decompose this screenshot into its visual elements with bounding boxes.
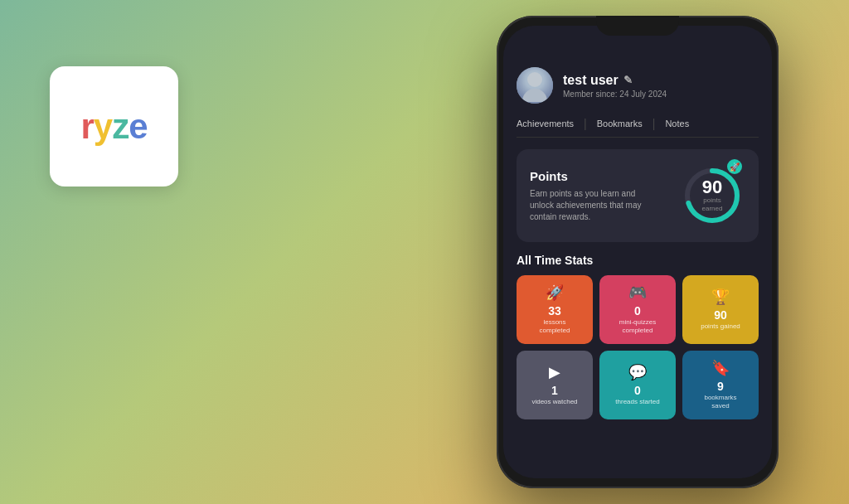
avatar-head [527, 72, 542, 87]
member-since: Member since: 24 July 2024 [563, 90, 759, 99]
avatar [517, 67, 553, 104]
points-title: Points [530, 169, 646, 183]
stats-section: All Time Stats 🚀 33 lessonscompleted 🎮 0… [517, 254, 759, 419]
stat-threads: 💬 0 threads started [599, 351, 676, 419]
bookmarks-number: 9 [717, 380, 724, 392]
threads-number: 0 [634, 385, 641, 396]
threads-desc: threads started [615, 398, 659, 406]
points-info: Points Earn points as you learn and unlo… [530, 169, 646, 223]
username-text: test user [563, 73, 619, 88]
avatar-image [517, 67, 553, 104]
phone-content: test user ✎ Member since: 24 July 2024 A… [503, 26, 772, 478]
logo-letter-y: y [94, 107, 112, 146]
stats-title: All Time Stats [517, 254, 759, 267]
points-center: 90 points earned [696, 178, 729, 212]
lessons-icon: 🚀 [546, 284, 564, 302]
videos-desc: videos watched [531, 398, 577, 406]
tab-bookmarks[interactable]: Bookmarks [587, 119, 653, 128]
quizzes-desc: mini-quizzescompleted [619, 318, 656, 336]
user-name: test user ✎ [563, 73, 759, 88]
stat-bookmarks: 🔖 9 bookmarkssaved [682, 351, 759, 419]
logo-letter-e: e [129, 107, 147, 146]
rocket-icon: 🚀 [727, 159, 742, 174]
points-gained-number: 90 [714, 309, 727, 321]
logo-letter-r: r [80, 107, 93, 146]
edit-icon[interactable]: ✎ [623, 74, 633, 86]
bookmarks-desc: bookmarkssaved [704, 394, 736, 411]
avatar-body [522, 89, 547, 102]
lessons-number: 33 [548, 305, 561, 317]
stat-lessons: 🚀 33 lessonscompleted [517, 275, 593, 344]
stats-grid: 🚀 33 lessonscompleted 🎮 0 mini-quizzesco… [517, 275, 759, 419]
logo: ryze [80, 107, 147, 147]
points-gained-desc: points gained [701, 322, 740, 331]
logo-letter-z: z [112, 107, 129, 146]
user-info: test user ✎ Member since: 24 July 2024 [563, 73, 759, 99]
phone-screen: test user ✎ Member since: 24 July 2024 A… [503, 26, 772, 478]
phone-wrapper: test user ✎ Member since: 24 July 2024 A… [476, 17, 799, 487]
quizzes-icon: 🎮 [628, 284, 647, 302]
stat-quizzes: 🎮 0 mini-quizzescompleted [599, 275, 676, 344]
lessons-desc: lessonscompleted [540, 318, 570, 336]
phone-device: test user ✎ Member since: 24 July 2024 A… [497, 16, 779, 488]
quizzes-number: 0 [634, 305, 641, 317]
bookmarks-icon: 🔖 [711, 359, 730, 377]
user-header: test user ✎ Member since: 24 July 2024 [517, 67, 759, 104]
points-circle: 🚀 90 points earned [679, 162, 745, 229]
points-icon: 🏆 [711, 288, 730, 306]
tab-notes[interactable]: Notes [655, 119, 699, 128]
points-value: 90 [696, 178, 729, 196]
phone-notch [596, 16, 679, 36]
tab-achievements[interactable]: Achievements [517, 119, 584, 128]
points-earned-label: points earned [696, 196, 729, 212]
stat-videos: ▶ 1 videos watched [517, 351, 593, 419]
videos-number: 1 [551, 385, 558, 396]
points-card: Points Earn points as you learn and unlo… [517, 149, 759, 242]
videos-icon: ▶ [549, 363, 560, 381]
logo-card: ryze [50, 66, 178, 187]
stat-points: 🏆 90 points gained [682, 275, 759, 344]
points-description: Earn points as you learn and unlock achi… [530, 188, 646, 223]
nav-tabs: Achievements | Bookmarks | Notes [517, 117, 759, 138]
threads-icon: 💬 [628, 363, 647, 381]
